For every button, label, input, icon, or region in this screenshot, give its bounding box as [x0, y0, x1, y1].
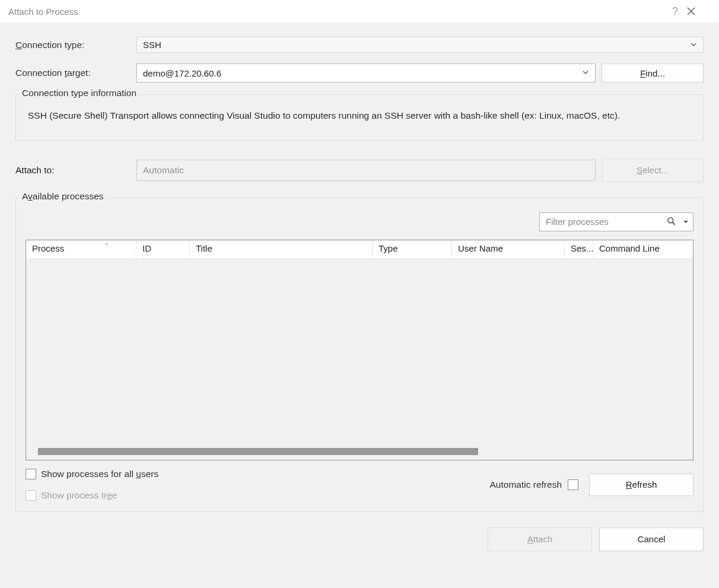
- attach-to-value: Automatic: [136, 160, 596, 181]
- connection-type-select[interactable]: SSH: [136, 37, 704, 53]
- connection-info-group-title: Connection type information: [20, 88, 139, 98]
- connection-target-combobox[interactable]: demo@172.20.60.6: [136, 63, 596, 82]
- show-all-users-checkbox[interactable]: Show processes for all users: [26, 469, 490, 479]
- find-button[interactable]: Find...: [602, 63, 704, 82]
- select-button: Select...: [602, 158, 704, 182]
- sort-ascending-icon: ˄: [105, 243, 109, 250]
- attach-to-label: Attach to:: [15, 165, 136, 176]
- automatic-refresh-label: Automatic refresh: [490, 479, 562, 490]
- checkbox-icon: [26, 490, 36, 501]
- column-process[interactable]: Process ˄: [26, 240, 136, 259]
- available-processes-title: Available processes: [20, 191, 106, 202]
- column-user-name[interactable]: User Name: [452, 240, 565, 259]
- refresh-button[interactable]: Refresh: [589, 473, 693, 496]
- show-process-tree-checkbox: Show process tree: [26, 490, 490, 501]
- chevron-down-icon: [582, 69, 589, 76]
- column-title[interactable]: Title: [190, 240, 373, 259]
- search-icon[interactable]: [667, 217, 676, 226]
- filter-placeholder: Filter processes: [546, 217, 609, 227]
- dropdown-icon[interactable]: [683, 221, 688, 223]
- cancel-button[interactable]: Cancel: [599, 527, 704, 551]
- column-session[interactable]: Ses...: [565, 240, 593, 259]
- help-icon[interactable]: ?: [663, 5, 687, 18]
- connection-target-label: Connection target:: [15, 68, 136, 78]
- horizontal-scrollbar[interactable]: [38, 448, 478, 455]
- column-id[interactable]: ID: [136, 240, 190, 259]
- svg-point-2: [668, 217, 673, 223]
- connection-info-text: SSH (Secure Shell) Transport allows conn…: [28, 108, 691, 123]
- svg-line-3: [673, 222, 676, 225]
- chevron-down-icon: [690, 41, 697, 48]
- filter-processes-input[interactable]: Filter processes: [539, 212, 693, 231]
- window-title: Attach to Process: [8, 7, 663, 17]
- connection-type-label: Connection type:: [15, 40, 136, 50]
- connection-type-value: SSH: [143, 40, 161, 50]
- automatic-refresh-checkbox[interactable]: [568, 479, 578, 490]
- process-table[interactable]: Process ˄ ID Title Type User Name Ses...…: [26, 240, 693, 460]
- close-icon[interactable]: [687, 7, 711, 15]
- column-type[interactable]: Type: [373, 240, 452, 259]
- connection-target-value: demo@172.20.60.6: [143, 68, 221, 78]
- checkbox-icon: [26, 469, 36, 479]
- column-command-line[interactable]: Command Line: [593, 240, 693, 259]
- attach-button: Attach: [488, 527, 592, 551]
